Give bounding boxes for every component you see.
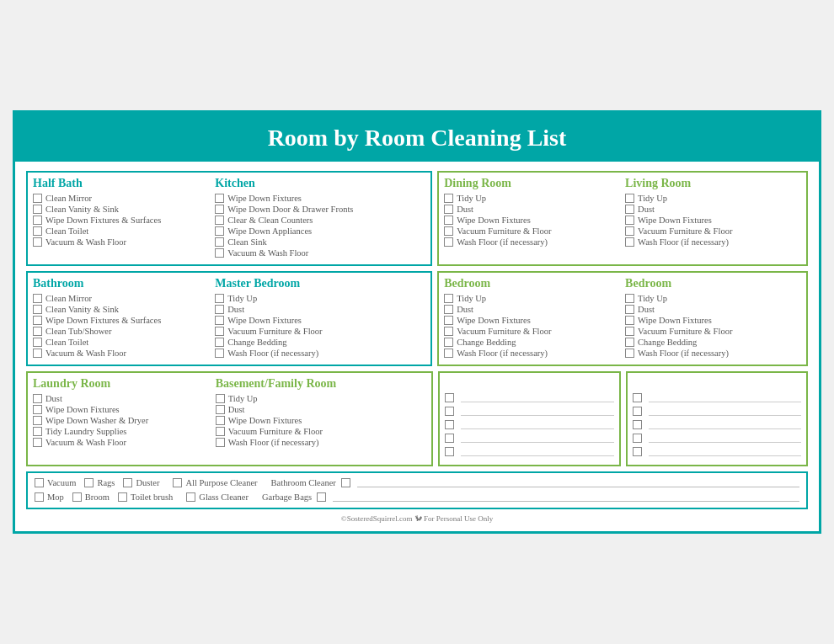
dining-living-box: Dining Room Tidy Up Dust Wipe Down Fixtu… (437, 171, 808, 266)
checkbox[interactable] (633, 420, 642, 429)
halfbath-section: Half Bath Clean Mirror Clean Vanity & Si… (33, 177, 215, 259)
checkbox[interactable] (72, 492, 82, 502)
checkbox[interactable] (633, 434, 642, 443)
list-item: Vacuum Furniture & Floor (215, 327, 425, 336)
checkbox[interactable] (33, 394, 42, 403)
checkbox[interactable] (625, 216, 634, 225)
header: Room by Room Cleaning List (15, 113, 819, 162)
checkbox[interactable] (33, 416, 42, 425)
checkbox[interactable] (215, 316, 224, 325)
checkbox[interactable] (186, 492, 195, 502)
checkbox[interactable] (33, 216, 42, 225)
checkbox[interactable] (35, 478, 44, 487)
checkbox[interactable] (215, 349, 224, 358)
checkbox[interactable] (444, 226, 453, 236)
checkbox[interactable] (625, 237, 634, 247)
checkbox[interactable] (317, 492, 326, 502)
checkbox[interactable] (625, 205, 634, 214)
list-item: Vacuum & Wash Floor (33, 237, 208, 247)
checkbox[interactable] (215, 194, 224, 203)
checkbox[interactable] (444, 216, 453, 225)
checkbox[interactable] (625, 226, 634, 236)
checkbox[interactable] (215, 294, 224, 303)
checkbox[interactable] (215, 305, 224, 314)
checkbox[interactable] (216, 394, 225, 403)
checkbox[interactable] (33, 294, 42, 303)
checkbox[interactable] (444, 327, 453, 336)
checkbox[interactable] (625, 294, 634, 303)
checkbox[interactable] (215, 338, 224, 347)
checkbox[interactable] (33, 237, 42, 247)
checkbox[interactable] (444, 305, 453, 314)
checkbox[interactable] (445, 407, 454, 416)
supply-item-broom: Broom (72, 492, 110, 502)
checkbox[interactable] (444, 294, 453, 303)
list-item: Wipe Down Fixtures & Surfaces (33, 216, 208, 225)
checkbox[interactable] (444, 237, 453, 247)
blank-col1 (438, 371, 620, 466)
checkbox[interactable] (215, 205, 224, 214)
checkbox[interactable] (633, 407, 642, 416)
list-item: Wipe Down Fixtures (444, 216, 620, 225)
checkbox[interactable] (33, 327, 42, 336)
checkbox[interactable] (215, 216, 224, 225)
supply-item-glass-cleaner: Glass Cleaner (186, 492, 249, 502)
checkbox[interactable] (33, 226, 42, 236)
checkbox[interactable] (215, 327, 224, 336)
checkbox[interactable] (445, 420, 454, 429)
checkbox[interactable] (216, 416, 225, 425)
checkbox[interactable] (33, 316, 42, 325)
checkbox[interactable] (33, 349, 42, 358)
checkbox[interactable] (445, 393, 454, 402)
checkbox[interactable] (123, 478, 132, 487)
checkbox[interactable] (216, 438, 225, 447)
checkbox[interactable] (35, 492, 44, 502)
checkbox[interactable] (444, 205, 453, 214)
list-item: Clean Mirror (33, 194, 208, 203)
list-item: Wipe Down Washer & Dryer (33, 416, 209, 425)
checkbox[interactable] (215, 226, 224, 236)
checkbox[interactable] (33, 305, 42, 314)
checkbox[interactable] (444, 338, 453, 347)
checkbox[interactable] (625, 305, 634, 314)
checkbox[interactable] (625, 327, 634, 336)
checkbox[interactable] (33, 338, 42, 347)
checkbox[interactable] (215, 237, 224, 247)
checkbox[interactable] (633, 393, 642, 402)
checkbox[interactable] (445, 434, 454, 443)
checkbox[interactable] (173, 478, 182, 487)
list-item: Vacuum & Wash Floor (215, 248, 425, 258)
supply-item-bathroom-cleaner: Bathroom Cleaner (271, 477, 799, 487)
masterbedroom-section: Master Bedroom Tidy Up Dust Wipe Down Fi… (215, 277, 425, 359)
checkbox[interactable] (33, 405, 42, 414)
checkbox[interactable] (118, 492, 127, 502)
checkbox[interactable] (33, 438, 42, 447)
content: Half Bath Clean Mirror Clean Vanity & Si… (15, 162, 819, 531)
bedroom2-section: Bedroom Tidy Up Dust Wipe Down Fixtures … (625, 277, 801, 359)
checkbox[interactable] (444, 194, 453, 203)
checkbox[interactable] (33, 205, 42, 214)
checkbox[interactable] (216, 427, 225, 436)
supply-item-all-purpose: All Purpose Cleaner (173, 478, 257, 487)
checkbox[interactable] (625, 194, 634, 203)
list-item: Clear & Clean Counters (215, 216, 425, 225)
checkbox[interactable] (33, 194, 42, 203)
checkbox[interactable] (33, 427, 42, 436)
checkbox[interactable] (444, 316, 453, 325)
checkbox[interactable] (625, 316, 634, 325)
checkbox[interactable] (625, 349, 634, 358)
checkbox[interactable] (215, 248, 224, 258)
checkbox[interactable] (444, 349, 453, 358)
list-item: Wipe Down Appliances (215, 226, 425, 236)
checkbox[interactable] (84, 478, 94, 487)
checkbox[interactable] (445, 447, 454, 456)
blank-item (445, 446, 613, 456)
checkbox[interactable] (341, 478, 350, 487)
list-item: Vacuum Furniture & Floor (444, 226, 620, 236)
checkbox[interactable] (633, 447, 642, 456)
checkbox[interactable] (625, 338, 634, 347)
list-item: Vacuum Furniture & Floor (625, 327, 801, 336)
list-item: Tidy Up (215, 294, 425, 303)
list-item: Tidy Up (625, 294, 801, 303)
checkbox[interactable] (216, 405, 225, 414)
